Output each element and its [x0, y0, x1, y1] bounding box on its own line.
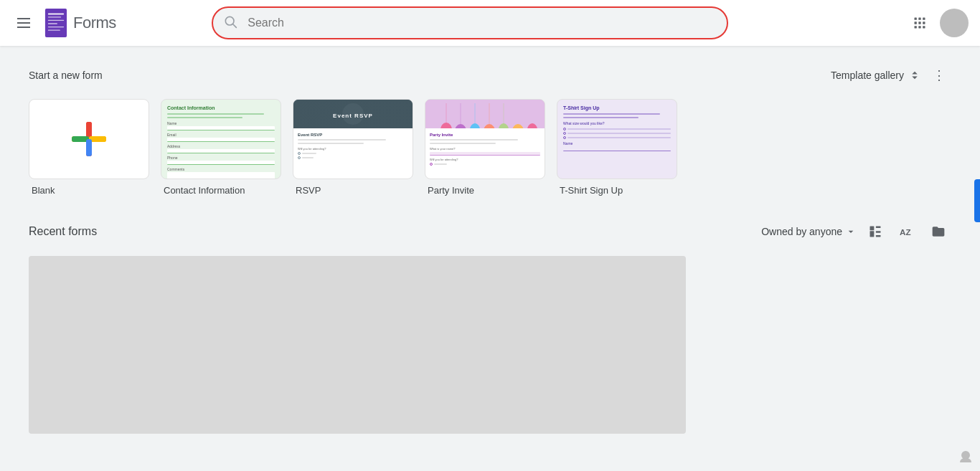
- owned-by-label: Owned by anyone: [761, 226, 842, 237]
- svg-rect-14: [923, 22, 925, 24]
- svg-line-8: [233, 24, 237, 28]
- rsvp-thumbnail: Event RSVP Event RSVP Will you be attend…: [293, 99, 413, 179]
- empty-recent-area: [29, 256, 686, 434]
- app-name-label: Forms: [73, 14, 116, 32]
- svg-rect-47: [876, 235, 881, 237]
- svg-rect-42: [870, 227, 875, 231]
- search-icon: [223, 14, 237, 32]
- template-gallery-label: Template gallery: [831, 70, 904, 81]
- folder-button[interactable]: [925, 219, 951, 244]
- svg-rect-15: [915, 26, 917, 28]
- template-card-rsvp[interactable]: Event RSVP Event RSVP Will you be attend…: [293, 99, 413, 196]
- plus-icon: [69, 119, 109, 159]
- app-logo[interactable]: Forms: [44, 9, 116, 37]
- header-right: [905, 9, 969, 37]
- search-input[interactable]: [212, 6, 728, 39]
- recent-header: Recent forms Owned by anyone: [29, 219, 951, 244]
- svg-rect-10: [918, 18, 920, 20]
- start-new-form-label: Start a new form: [29, 70, 103, 81]
- search-bar: [212, 6, 728, 39]
- more-options-icon[interactable]: ⋮: [927, 63, 951, 87]
- template-card-tshirt[interactable]: T-Shirt Sign Up What size would you like…: [557, 99, 677, 196]
- forms-logo-icon: [44, 9, 67, 37]
- sort-button[interactable]: AZ: [894, 219, 920, 244]
- tshirt-thumbnail: T-Shirt Sign Up What size would you like…: [557, 99, 677, 179]
- blank-thumbnail: [29, 99, 149, 179]
- main-content: Start a new form Template gallery ⋮: [0, 46, 980, 451]
- svg-rect-4: [48, 23, 57, 24]
- list-view-button[interactable]: [862, 219, 888, 244]
- svg-text:AZ: AZ: [900, 227, 911, 237]
- svg-rect-13: [918, 22, 920, 24]
- blank-label: Blank: [29, 185, 149, 196]
- svg-rect-45: [876, 231, 881, 233]
- svg-rect-43: [876, 227, 881, 229]
- template-gallery-button[interactable]: Template gallery: [831, 69, 921, 82]
- menu-button[interactable]: [11, 12, 36, 34]
- svg-rect-2: [48, 16, 61, 17]
- contact-thumbnail: Contact Information Name Email Address: [161, 99, 281, 179]
- svg-rect-3: [48, 20, 64, 21]
- recent-section: Recent forms Owned by anyone: [29, 219, 951, 434]
- svg-text:Event RSVP: Event RSVP: [333, 113, 373, 119]
- svg-rect-9: [915, 18, 917, 20]
- party-thumbnail: Party Invite What is your name? Will you…: [425, 99, 545, 179]
- svg-rect-17: [923, 26, 925, 28]
- template-card-contact[interactable]: Contact Information Name Email Address: [161, 99, 281, 196]
- svg-rect-0: [45, 9, 67, 37]
- template-card-party[interactable]: Party Invite What is your name? Will you…: [425, 99, 545, 196]
- svg-rect-23: [86, 139, 92, 156]
- svg-rect-5: [48, 27, 64, 27]
- svg-rect-16: [918, 26, 920, 28]
- template-card-blank[interactable]: Blank: [29, 99, 149, 196]
- contact-label: Contact Information: [161, 185, 281, 196]
- apps-icon[interactable]: [905, 9, 934, 37]
- scrollbar[interactable]: [974, 179, 980, 222]
- party-label: Party Invite: [425, 185, 545, 196]
- svg-rect-46: [870, 235, 875, 237]
- recent-controls: Owned by anyone AZ: [761, 219, 951, 244]
- owned-by-button[interactable]: Owned by anyone: [761, 226, 857, 237]
- svg-rect-12: [915, 22, 917, 24]
- expand-icon: [908, 69, 921, 82]
- new-form-section: Start a new form Template gallery ⋮: [29, 63, 951, 196]
- dropdown-icon: [845, 226, 857, 237]
- svg-rect-44: [870, 231, 875, 235]
- template-cards: Blank Contact Information Name Email: [29, 99, 951, 196]
- svg-rect-6: [48, 30, 60, 31]
- svg-rect-11: [923, 18, 925, 20]
- avatar[interactable]: [940, 9, 969, 37]
- app-header: Forms: [0, 0, 980, 46]
- tshirt-label: T-Shirt Sign Up: [557, 185, 677, 196]
- svg-rect-1: [48, 14, 64, 15]
- section-header: Start a new form Template gallery ⋮: [29, 63, 951, 87]
- recent-forms-label: Recent forms: [29, 225, 97, 238]
- rsvp-label: RSVP: [293, 185, 413, 196]
